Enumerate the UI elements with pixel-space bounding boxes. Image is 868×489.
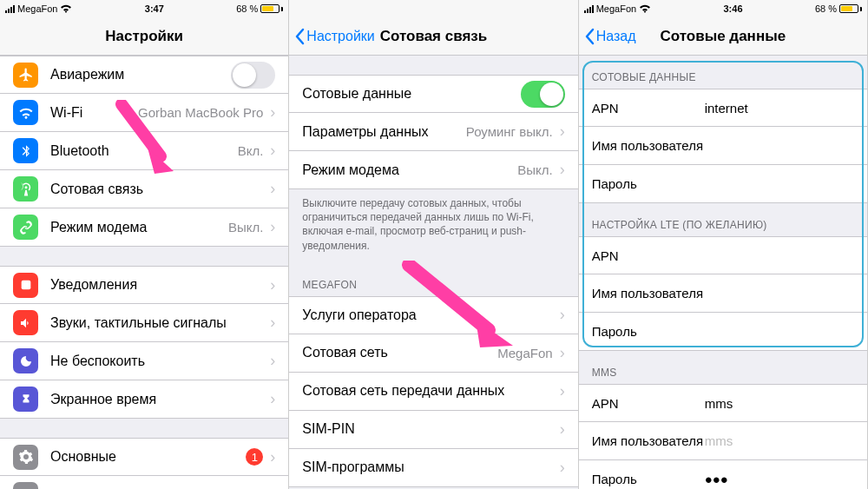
notification-icon bbox=[13, 273, 38, 298]
row-data-options[interactable]: Параметры данных Роуминг выкл. › bbox=[289, 113, 577, 151]
navbar: Настройки bbox=[0, 17, 288, 56]
field-password[interactable]: Пароль bbox=[579, 313, 867, 351]
clock: 3:47 bbox=[145, 3, 164, 14]
chevron-right-icon: › bbox=[270, 103, 275, 122]
battery-percent: 68 % bbox=[236, 3, 258, 14]
chevron-left-icon bbox=[294, 28, 305, 45]
field-password[interactable]: Пароль bbox=[579, 165, 867, 203]
field-username[interactable]: Имя пользователя bbox=[579, 127, 867, 165]
row-sim-apps[interactable]: SIM-программы › bbox=[289, 449, 577, 487]
row-screentime[interactable]: Экранное время › bbox=[0, 380, 288, 419]
toggles-icon bbox=[13, 482, 38, 489]
chevron-right-icon: › bbox=[270, 448, 275, 466]
field-label: Пароль bbox=[592, 472, 705, 486]
row-general[interactable]: Основные 1 › bbox=[0, 438, 288, 476]
row-notifications[interactable]: Уведомления › bbox=[0, 266, 288, 304]
field-value: mms bbox=[705, 433, 733, 448]
back-button[interactable]: Настройки bbox=[294, 17, 374, 55]
carrier-label: MegaFon bbox=[596, 3, 636, 14]
page-title: Настройки bbox=[105, 28, 183, 45]
row-label: Wi-Fi bbox=[50, 105, 138, 121]
field-apn[interactable]: APN mms bbox=[579, 384, 867, 422]
row-label: Основные bbox=[50, 449, 246, 465]
chevron-right-icon: › bbox=[270, 218, 275, 236]
clock: 3:46 bbox=[724, 3, 743, 14]
status-bar: MegaFon 3:46 68 % bbox=[579, 0, 867, 17]
row-value: MegaFon bbox=[497, 346, 552, 360]
field-label: Имя пользователя bbox=[592, 286, 705, 301]
row-control-center[interactable]: Пункт управления › bbox=[0, 476, 288, 489]
hourglass-icon bbox=[13, 387, 38, 412]
battery-percent: 68 % bbox=[815, 3, 837, 14]
chevron-right-icon: › bbox=[560, 382, 565, 400]
row-label: Режим модема bbox=[302, 162, 517, 178]
field-apn[interactable]: APN bbox=[579, 236, 867, 274]
chevron-right-icon: › bbox=[560, 122, 565, 141]
field-label: Пароль bbox=[592, 176, 705, 191]
field-username[interactable]: Имя пользователя bbox=[579, 274, 867, 313]
row-wifi[interactable]: Wi-Fi Gorban MacBook Pro › bbox=[0, 94, 288, 132]
section-header-mms: MMS bbox=[579, 351, 867, 384]
row-label: Сотовая сеть bbox=[302, 345, 497, 360]
row-cellular-data-network[interactable]: Сотовая сеть передачи данных › bbox=[289, 373, 577, 411]
battery-icon bbox=[839, 4, 862, 13]
bluetooth-icon bbox=[13, 138, 38, 163]
page-title: Сотовые данные bbox=[661, 28, 786, 45]
row-value: Выкл. bbox=[517, 162, 552, 177]
wifi-icon bbox=[13, 100, 38, 125]
signal-icon bbox=[584, 5, 594, 13]
row-airplane-mode[interactable]: Авиарежим bbox=[0, 56, 288, 94]
antenna-icon bbox=[13, 176, 38, 202]
chevron-right-icon: › bbox=[560, 420, 565, 439]
chevron-right-icon: › bbox=[270, 180, 275, 198]
airplane-icon bbox=[13, 63, 38, 88]
row-hotspot[interactable]: Режим модема Выкл. › bbox=[0, 208, 288, 247]
row-dnd[interactable]: Не беспокоить › bbox=[0, 342, 288, 380]
wifi-icon bbox=[60, 4, 72, 13]
apn-group-cellular: APN internet Имя пользователя Пароль bbox=[579, 89, 867, 203]
chevron-right-icon: › bbox=[560, 344, 565, 362]
field-username[interactable]: Имя пользователя mms bbox=[579, 422, 867, 460]
back-button[interactable]: Назад bbox=[584, 17, 636, 55]
section-header-cellular-data: СОТОВЫЕ ДАННЫЕ bbox=[579, 56, 867, 89]
row-carrier-services[interactable]: Услуги оператора › bbox=[289, 296, 577, 334]
field-label: APN bbox=[592, 101, 705, 116]
screen-cellular: Настройки Сотовая связь Сотовые данные П… bbox=[289, 0, 578, 489]
row-label: SIM-PIN bbox=[302, 421, 559, 437]
cellular-group-main: Сотовые данные Параметры данных Роуминг … bbox=[289, 75, 577, 189]
field-password[interactable]: Пароль ●●● bbox=[579, 460, 867, 489]
cellular-footer-text: Выключите передачу сотовых данных, чтобы… bbox=[289, 189, 577, 263]
signal-icon bbox=[5, 5, 15, 13]
row-label: Не беспокоить bbox=[50, 354, 270, 369]
section-header-megafon: MEGAFON bbox=[289, 263, 577, 296]
svg-rect-0 bbox=[21, 281, 30, 290]
link-icon bbox=[13, 215, 38, 240]
settings-group-connectivity: Авиарежим Wi-Fi Gorban MacBook Pro › Blu… bbox=[0, 56, 288, 247]
row-value: Выкл. bbox=[228, 220, 263, 235]
cellular-data-toggle[interactable] bbox=[521, 81, 565, 108]
row-sounds[interactable]: Звуки, тактильные сигналы › bbox=[0, 304, 288, 342]
chevron-right-icon: › bbox=[270, 276, 275, 294]
row-bluetooth[interactable]: Bluetooth Вкл. › bbox=[0, 132, 288, 170]
field-label: APN bbox=[592, 248, 705, 263]
field-label: Имя пользователя bbox=[592, 138, 705, 153]
row-cellular-data[interactable]: Сотовые данные bbox=[289, 75, 577, 113]
row-label: Сотовая сеть передачи данных bbox=[302, 383, 559, 399]
navbar: Назад Сотовые данные bbox=[579, 17, 867, 56]
field-apn[interactable]: APN internet bbox=[579, 89, 867, 127]
airplane-toggle[interactable] bbox=[231, 62, 275, 89]
screen-apn-settings: MegaFon 3:46 68 % Назад Сотовые данные С… bbox=[579, 0, 868, 489]
chevron-right-icon: › bbox=[270, 486, 275, 489]
apn-group-lte: APN Имя пользователя Пароль bbox=[579, 236, 867, 351]
row-cellular-network[interactable]: Сотовая сеть MegaFon › bbox=[289, 334, 577, 373]
row-sim-pin[interactable]: SIM-PIN › bbox=[289, 411, 577, 449]
field-value: mms bbox=[705, 396, 733, 411]
row-value: Вкл. bbox=[238, 143, 264, 158]
page-title: Сотовая связь bbox=[380, 28, 488, 45]
chevron-right-icon: › bbox=[560, 306, 565, 324]
row-hotspot[interactable]: Режим модема Выкл. › bbox=[289, 151, 577, 189]
cellular-group-carrier: Услуги оператора › Сотовая сеть MegaFon … bbox=[289, 296, 577, 487]
chevron-right-icon: › bbox=[560, 161, 565, 179]
chevron-left-icon bbox=[584, 28, 595, 45]
row-cellular[interactable]: Сотовая связь › bbox=[0, 170, 288, 208]
